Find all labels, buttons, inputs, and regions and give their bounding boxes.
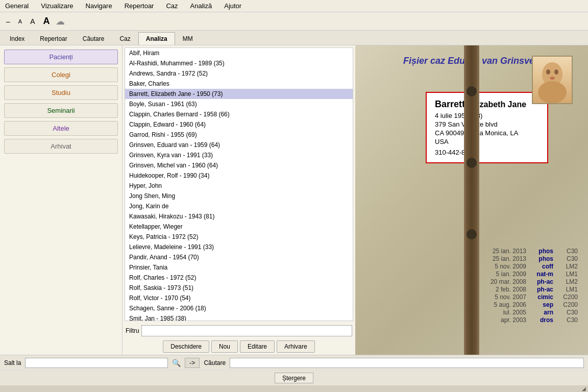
patient-list-item[interactable]: Baker, Charles	[125, 79, 353, 89]
arrow-button[interactable]: ->	[185, 358, 200, 368]
visit-type: ph-ac	[530, 286, 553, 293]
patient-address2: CA 90049 Santa Monica, LA	[435, 129, 539, 137]
cautare-input[interactable]	[230, 358, 584, 368]
case-file: Fișier caz Eduard van Grinsven	[355, 45, 588, 355]
font-decrease-button[interactable]: –	[4, 16, 12, 27]
patient-list-item[interactable]: Grinsven, Eduard van - 1959 (64)	[125, 140, 353, 150]
patient-list-item[interactable]: Clappin, Charles Bernard - 1958 (66)	[125, 109, 353, 119]
spine-hole-bot	[467, 229, 477, 239]
visit-records: 25 ian. 2013 phos C30 25 ian. 2013 phos …	[480, 247, 578, 324]
patient-list-item[interactable]: Hyper, John	[125, 181, 353, 191]
menu-navigare[interactable]: Navigare	[84, 1, 114, 11]
font-small-button[interactable]: A	[16, 17, 24, 26]
menu-repertoar[interactable]: Repertoar	[122, 1, 156, 11]
patient-list-item[interactable]: Ketellapper, Wieger	[125, 222, 353, 232]
deschidere-button[interactable]: Deschidere	[163, 340, 209, 353]
spine-hole-mid	[467, 158, 477, 168]
patient-list[interactable]: Abif, HiramAl-Rashidi, Muhammed - 1989 (…	[125, 47, 353, 321]
patient-list-item[interactable]: Rolf, Saskia - 1973 (51)	[125, 283, 353, 293]
menubar: General Vizualizare Navigare Repertoar C…	[0, 0, 588, 12]
visit-row: 5 ian. 2009 nat-m LM1	[480, 271, 578, 278]
patient-list-item[interactable]: Al-Rashidi, Muhammed - 1989 (35)	[125, 58, 353, 68]
salt-label: Salt la	[4, 359, 21, 366]
visit-row: 2 feb. 2008 ph-ac LM1	[480, 286, 578, 293]
patient-list-item[interactable]: Rolf, Victor - 1970 (54)	[125, 293, 353, 303]
patient-list-item[interactable]: Rolf, Charles - 1972 (52)	[125, 273, 353, 283]
patient-last-name: Barrett	[435, 99, 465, 109]
menu-ajutor[interactable]: Ajutor	[222, 1, 243, 11]
spine-decoration	[464, 45, 479, 355]
visit-code: LM1	[557, 271, 578, 278]
patient-list-item[interactable]: Smit, Jan - 1985 (38)	[125, 313, 353, 321]
patient-list-item[interactable]: Lelievre, Madeleine - 1991 (33)	[125, 242, 353, 252]
nou-button[interactable]: Nou	[211, 340, 238, 353]
colegi-button[interactable]: Colegi	[4, 67, 118, 82]
patient-list-item[interactable]: Andrews, Sandra - 1972 (52)	[125, 68, 353, 79]
bottom-bar: Salt la 🔍 -> Căutare	[0, 355, 588, 370]
patient-list-item[interactable]: Boyle, Susan - 1961 (63)	[125, 99, 353, 109]
patient-list-item[interactable]: Barrett, Elizabeth Jane - 1950 (73)	[125, 89, 353, 99]
main-container: Pacienți Colegi Studiu Seminarii Altele …	[0, 45, 588, 355]
menu-vizualizare[interactable]: Vizualizare	[39, 1, 75, 11]
patient-list-item[interactable]: Jong Shen, Ming	[125, 191, 353, 201]
patient-list-item[interactable]: Garrod, Rishi - 1955 (69)	[125, 130, 353, 140]
visit-code: C200	[557, 301, 578, 308]
stergere-button[interactable]: Ștergere	[275, 373, 313, 383]
patient-list-item[interactable]: Schagen, Sanne - 2006 (18)	[125, 303, 353, 313]
visit-row: 25 ian. 2013 phos C30	[480, 255, 578, 262]
patient-list-item[interactable]: Grinsven, Kyra van - 1991 (33)	[125, 150, 353, 160]
search-icon-button[interactable]: 🔍	[172, 359, 181, 367]
patient-dob: 4 iulie 1950 (73)	[435, 112, 539, 119]
patient-phone: 310-442-8447	[435, 149, 539, 156]
visit-type: phos	[530, 248, 553, 255]
info-card: Barrett, Elizabeth Jane 4 iulie 1950 (73…	[426, 92, 548, 163]
tab-mm[interactable]: MM	[175, 32, 201, 45]
visit-date: 20 mar. 2008	[480, 278, 526, 285]
filter-input[interactable]	[141, 325, 352, 336]
altele-button[interactable]: Altele	[4, 121, 118, 136]
svg-point-3	[554, 69, 558, 75]
visit-code: LM2	[557, 278, 578, 285]
patient-list-item[interactable]: Clappin, Edward - 1960 (64)	[125, 119, 353, 130]
tab-index[interactable]: Index	[2, 32, 32, 45]
toolbar: – A A A ☁	[0, 12, 588, 31]
patient-list-item[interactable]: Grinsven, Michel van - 1960 (64)	[125, 160, 353, 170]
menu-general[interactable]: General	[3, 1, 31, 11]
salt-input[interactable]	[25, 358, 168, 368]
visit-row: 20 mar. 2008 ph-ac LM2	[480, 278, 578, 285]
arhivare-button[interactable]: Arhivare	[277, 340, 315, 353]
patient-list-item[interactable]: Prinsier, Tania	[125, 262, 353, 273]
menu-caz[interactable]: Caz	[164, 1, 180, 11]
patient-photo	[532, 56, 573, 104]
tab-caz[interactable]: Caz	[112, 32, 138, 45]
visit-type: arn	[530, 309, 553, 316]
patient-list-item[interactable]: Kawasaki, Hirakozu - 1943 (81)	[125, 211, 353, 222]
font-large-button[interactable]: A	[41, 15, 52, 28]
visit-code: C30	[557, 248, 578, 255]
visit-date: 25 ian. 2013	[480, 248, 526, 255]
visit-row: 5 nov. 2007 cimic C200	[480, 293, 578, 301]
editare-button[interactable]: Editare	[240, 340, 275, 353]
action-buttons: Deschidere Nou Editare Arhivare	[122, 338, 355, 355]
patient-list-item[interactable]: Jong, Karin de	[125, 201, 353, 211]
right-panel: Fișier caz Eduard van Grinsven	[355, 45, 588, 355]
patient-list-item[interactable]: Keys, Patricia - 1972 (52)	[125, 232, 353, 242]
tab-analiza[interactable]: Analiza	[138, 32, 175, 45]
visit-date: 5 ian. 2009	[480, 271, 526, 278]
tabbar: Index Repertoar Căutare Caz Analiza MM	[0, 31, 588, 45]
tab-cautare[interactable]: Căutare	[75, 32, 112, 45]
pacienti-button[interactable]: Pacienți	[4, 50, 118, 64]
menu-analiza[interactable]: Analiză	[188, 1, 214, 11]
seminarii-button[interactable]: Seminarii	[4, 103, 118, 118]
visit-type: sep	[530, 301, 553, 308]
patient-list-item[interactable]: Huidekooper, Rolf - 1990 (34)	[125, 170, 353, 181]
font-med-button[interactable]: A	[28, 16, 37, 27]
spine-hole-top	[467, 86, 477, 96]
patient-list-item[interactable]: Pandir, Anand - 1954 (70)	[125, 252, 353, 262]
visit-code: C200	[557, 293, 578, 301]
studiu-button[interactable]: Studiu	[4, 85, 118, 100]
patient-list-item[interactable]: Abif, Hiram	[125, 48, 353, 58]
arhivat-button[interactable]: Arhivat	[4, 139, 118, 154]
visit-date: 5 nov. 2009	[480, 263, 526, 270]
tab-repertoar[interactable]: Repertoar	[32, 32, 75, 45]
